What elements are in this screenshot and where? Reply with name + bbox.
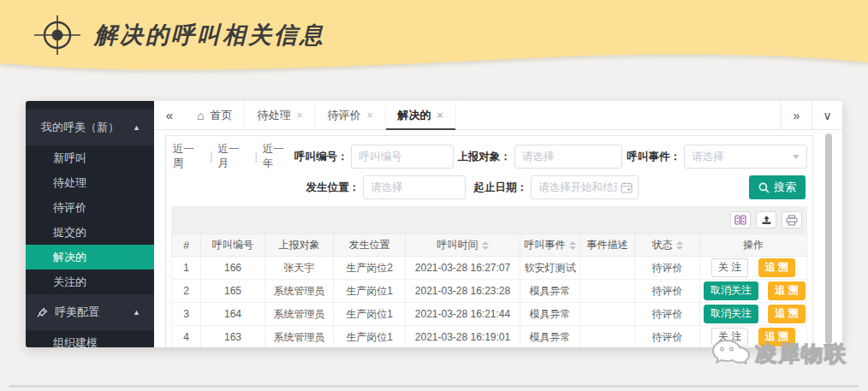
main-panel: 近一周 近一月 近一年 呼叫编号： 上报对象： 呼叫事件： [154, 130, 842, 347]
cell-reporter: 系统管理员 [265, 303, 334, 326]
chevron-up-icon: ▲ [133, 123, 140, 132]
table-toolbar [171, 206, 807, 234]
location-label: 发生位置： [305, 181, 360, 195]
watermark-text: 凌犀物联 [755, 340, 847, 368]
tab-label: 首页 [210, 108, 232, 123]
sidebar-item-to-evaluate[interactable]: 待评价 [26, 195, 154, 220]
trace-button[interactable]: 追 溯 [768, 305, 805, 323]
wechat-logo-icon [710, 337, 750, 370]
quick-range-week[interactable]: 近一周 [173, 142, 205, 171]
cell-event: 模具异常 [520, 326, 580, 348]
trace-button[interactable]: 追 溯 [768, 281, 805, 300]
cell-index: 1 [172, 257, 201, 280]
sidebar-item-followed[interactable]: 关注的 [26, 270, 154, 294]
search-icon [758, 182, 770, 193]
sidebar-item-org-modeling[interactable]: 组织建模 [26, 330, 154, 347]
quick-range-year[interactable]: 近一年 [263, 142, 294, 171]
cell-location: 生产岗位1 [334, 326, 406, 348]
sidebar: 我的呼美（新） ▲ 新呼叫 待处理 待评价 提交的 解决的 关注的 [26, 101, 154, 347]
chevron-down-icon [793, 155, 800, 159]
sidebar-group-config[interactable]: 呼美配置 ▲ [26, 294, 154, 330]
tabs-scroll-left-button[interactable]: « [154, 101, 185, 129]
sidebar-group-my-calls[interactable]: 我的呼美（新） ▲ [26, 110, 154, 145]
tab-to-evaluate[interactable]: 待评价 [315, 101, 385, 129]
close-icon[interactable] [366, 110, 372, 121]
cell-status: 待评价 [635, 303, 700, 326]
follow-button[interactable]: 关 注 [711, 258, 748, 277]
chevron-up-icon: ▲ [133, 308, 140, 317]
page-title: 解决的呼叫相关信息 [94, 20, 325, 50]
table-header-row: # 呼叫编号 上报对象 发生位置 呼叫时间 呼叫事件 事件描述 状态 操作 [172, 234, 807, 257]
sidebar-item-pending[interactable]: 待处理 [26, 170, 154, 195]
tab-home[interactable]: 首页 [185, 101, 245, 129]
col-header-call-event[interactable]: 呼叫事件 [520, 234, 580, 257]
scrollbar-thumb[interactable] [825, 133, 832, 344]
call-event-select[interactable] [684, 145, 807, 169]
cell-actions: 取消关注 追 溯 [700, 280, 807, 303]
cell-call-no: 166 [201, 257, 265, 280]
plug-icon [36, 306, 48, 318]
col-header-index: # [172, 234, 201, 257]
search-button-label: 搜索 [774, 180, 796, 195]
tabs-menu-button[interactable]: ∨ [812, 101, 842, 129]
cell-status: 待评价 [635, 326, 700, 348]
sidebar-item-new-call[interactable]: 新呼叫 [26, 145, 154, 170]
report-target-select[interactable] [514, 145, 622, 169]
col-header-reporter: 上报对象 [265, 234, 334, 257]
close-icon[interactable] [296, 110, 302, 121]
sidebar-item-submitted[interactable]: 提交的 [26, 220, 154, 245]
vertical-scrollbar[interactable] [825, 133, 832, 344]
calls-table: # 呼叫编号 上报对象 发生位置 呼叫时间 呼叫事件 事件描述 状态 操作 [171, 234, 807, 347]
sidebar-item-resolved[interactable]: 解决的 [26, 245, 154, 270]
sort-icon[interactable] [676, 241, 683, 250]
col-header-call-time[interactable]: 呼叫时间 [406, 234, 520, 257]
trace-button[interactable]: 追 溯 [758, 258, 795, 277]
cell-index: 2 [172, 280, 201, 303]
sidebar-menu: 新呼叫 待处理 待评价 提交的 解决的 关注的 [26, 145, 154, 294]
cell-reporter: 系统管理员 [265, 326, 334, 348]
col-header-call-no: 呼叫编号 [201, 234, 265, 257]
sidebar-group-label: 我的呼美（新） [41, 120, 133, 135]
sort-icon[interactable] [569, 241, 576, 250]
cell-time: 2021-03-28 16:19:01 [406, 326, 520, 348]
chevron-down-icon: ∨ [823, 109, 831, 122]
calendar-icon [621, 181, 633, 197]
cell-event: 模具异常 [520, 280, 580, 303]
page-banner: 解决的呼叫相关信息 [0, 0, 868, 79]
cell-index: 3 [172, 303, 201, 326]
unfollow-button[interactable]: 取消关注 [704, 305, 758, 323]
column-settings-button[interactable] [730, 211, 751, 228]
col-header-status[interactable]: 状态 [635, 234, 700, 257]
close-icon[interactable] [437, 110, 443, 121]
cell-time: 2021-03-28 16:21:44 [406, 303, 520, 326]
search-button[interactable]: 搜索 [749, 175, 806, 199]
separator [255, 151, 258, 163]
double-chevron-right-icon: » [794, 109, 800, 122]
cell-event: 模具异常 [520, 303, 580, 326]
cell-index: 4 [172, 326, 201, 348]
quick-range-month[interactable]: 近一月 [217, 142, 249, 171]
tab-pending[interactable]: 待处理 [245, 101, 315, 129]
double-chevron-left-icon: « [166, 108, 173, 122]
date-range-label: 起止日期： [466, 181, 527, 195]
unfollow-button[interactable]: 取消关注 [704, 281, 758, 300]
call-no-label: 呼叫编号： [294, 150, 348, 164]
cell-time: 2021-03-28 16:27:07 [406, 257, 520, 280]
export-button[interactable] [756, 211, 776, 228]
col-header-actions: 操作 [700, 234, 807, 257]
sort-icon[interactable] [482, 241, 489, 250]
cell-reporter: 张天宇 [265, 257, 334, 280]
tab-label: 解决的 [398, 108, 431, 123]
tabs-scroll-right-button[interactable]: » [781, 101, 812, 129]
tab-resolved[interactable]: 解决的 [386, 101, 456, 129]
cell-actions: 取消关注 追 溯 [700, 303, 807, 326]
location-select[interactable] [363, 175, 466, 199]
cell-status: 待评价 [635, 257, 700, 280]
cell-reporter: 系统管理员 [265, 280, 334, 303]
tab-bar: « 首页 待处理 待评价 解决的 [154, 101, 842, 130]
content-area: « 首页 待处理 待评价 解决的 [154, 101, 842, 347]
print-button[interactable] [782, 211, 802, 228]
call-no-input[interactable] [351, 145, 454, 169]
column-settings-icon [734, 215, 746, 225]
page: 解决的呼叫相关信息 我的呼美（新） ▲ 新呼叫 待处理 待评价 提交的 解决的 … [0, 0, 868, 391]
